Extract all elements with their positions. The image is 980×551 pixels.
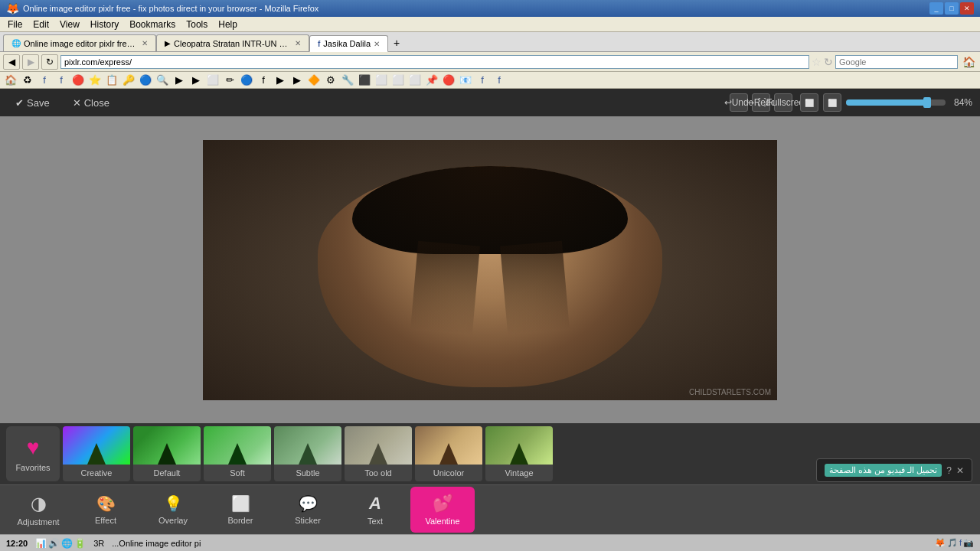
toolbar-icon-24[interactable]: ⬜ bbox=[390, 73, 406, 87]
tool-valentine[interactable]: 💕 Valentine bbox=[410, 487, 475, 533]
toolbar-icon-21[interactable]: 🔧 bbox=[340, 73, 355, 87]
toolbar-icon-20[interactable]: ⚙ bbox=[323, 73, 338, 87]
toolbar-icon-12[interactable]: ▶ bbox=[188, 73, 204, 87]
filter-tooold-thumb bbox=[345, 426, 412, 465]
taskbar-icon-3[interactable]: f bbox=[959, 538, 962, 548]
filter-subtle[interactable]: Subtle bbox=[274, 426, 341, 481]
face-area bbox=[318, 166, 662, 387]
save-button[interactable]: ✔ Save bbox=[8, 94, 57, 112]
tool-effect[interactable]: 🎨 Effect bbox=[74, 487, 138, 533]
maximize-button[interactable]: □ bbox=[945, 2, 959, 15]
undo-button[interactable]: ↩ Undo bbox=[730, 93, 748, 112]
tab-3[interactable]: f Jasika Dalila ✕ bbox=[309, 35, 388, 52]
tab-2-close[interactable]: ✕ bbox=[295, 39, 301, 47]
border-label: Border bbox=[227, 516, 253, 525]
toolbar-icon-27[interactable]: 🔴 bbox=[441, 73, 456, 87]
tool-text[interactable]: A Text bbox=[343, 487, 407, 533]
filter-default-thumb bbox=[133, 426, 201, 465]
toolbar-icon-4[interactable]: f bbox=[54, 73, 69, 87]
reload-icon[interactable]: ↻ bbox=[824, 56, 833, 68]
address-bar: ◀ ▶ ↻ ☆ ↻ 🏠 bbox=[0, 52, 980, 72]
toolbar-icon-10[interactable]: 🔍 bbox=[155, 73, 170, 87]
tab-3-close[interactable]: ✕ bbox=[374, 40, 380, 48]
filter-unicolor[interactable]: Unicolor bbox=[415, 426, 482, 481]
notification-close-icon[interactable]: ✕ bbox=[956, 465, 964, 476]
notification-question-icon[interactable]: ? bbox=[946, 465, 952, 476]
address-input[interactable] bbox=[60, 55, 809, 69]
star-icon[interactable]: ☆ bbox=[812, 56, 822, 68]
minimize-button[interactable]: _ bbox=[929, 2, 943, 15]
toolbar-icon-2[interactable]: ♻ bbox=[20, 73, 35, 87]
tab-1-label: Online image editor pixlr free - fix pho… bbox=[24, 39, 139, 48]
search-input[interactable] bbox=[835, 55, 958, 69]
zoom-slider[interactable] bbox=[846, 99, 946, 106]
filter-favorites[interactable]: ♥ Favorites bbox=[6, 426, 60, 481]
toolbar-icon-13[interactable]: ⬜ bbox=[205, 73, 220, 87]
toolbar-icon-23[interactable]: ⬜ bbox=[374, 73, 389, 87]
heart-icon: ♥ bbox=[27, 435, 40, 460]
toolbar-icon-25[interactable]: ⬜ bbox=[407, 73, 423, 87]
toolbar-icon-7[interactable]: 📋 bbox=[104, 73, 119, 87]
toolbar-icon-30[interactable]: f bbox=[492, 73, 507, 87]
back-button[interactable]: ◀ bbox=[3, 54, 20, 70]
canvas-image[interactable]: CHILDSTARLETS.COM bbox=[203, 140, 777, 400]
zoom-slider-thumb[interactable] bbox=[923, 97, 931, 108]
close-button[interactable]: ✕ Close bbox=[65, 94, 117, 112]
menu-bookmarks[interactable]: Bookmarks bbox=[125, 18, 180, 31]
reload-button[interactable]: ↻ bbox=[41, 54, 58, 70]
tab-3-label: Jasika Dalila bbox=[323, 39, 371, 48]
menu-help[interactable]: Help bbox=[214, 18, 242, 31]
toolbar-icon-28[interactable]: 📧 bbox=[458, 73, 473, 87]
tool-border[interactable]: ⬜ Border bbox=[208, 487, 273, 533]
filter-vintage[interactable]: Vintage bbox=[485, 426, 553, 481]
toolbar-icon-15[interactable]: 🔵 bbox=[239, 73, 254, 87]
filter-default[interactable]: Default bbox=[133, 426, 201, 481]
new-tab-button[interactable]: + bbox=[388, 34, 405, 51]
home-button[interactable]: 🏠 bbox=[960, 54, 977, 70]
fullscreen-button[interactable]: ⛶ Fullscreen bbox=[774, 93, 792, 112]
toolbar-icon-8[interactable]: 🔑 bbox=[121, 73, 136, 87]
toolbar-icon-17[interactable]: ▶ bbox=[273, 73, 288, 87]
toolbar-icon-22[interactable]: ⬛ bbox=[357, 73, 372, 87]
tool-adjustment[interactable]: ◑ Adjustment bbox=[6, 487, 70, 533]
toolbar-icon-5[interactable]: 🔴 bbox=[70, 73, 86, 87]
taskbar-icon-1[interactable]: 🦊 bbox=[935, 538, 946, 548]
toolbar-icon-6[interactable]: ⭐ bbox=[87, 73, 103, 87]
filter-soft[interactable]: Soft bbox=[204, 426, 271, 481]
overlay-icon: 💡 bbox=[164, 494, 183, 513]
taskbar-icon-2[interactable]: 🎵 bbox=[947, 538, 958, 548]
tab-1-close[interactable]: ✕ bbox=[142, 39, 148, 47]
zoom-slider-fill bbox=[846, 99, 929, 106]
notification-download-button[interactable]: تحميل الـ فيديو من هذه الصفحة bbox=[825, 464, 942, 477]
menu-history[interactable]: History bbox=[86, 18, 123, 31]
toolbar-icon-1[interactable]: 🏠 bbox=[3, 73, 18, 87]
tool-sticker[interactable]: 💬 Sticker bbox=[276, 487, 340, 533]
menu-view[interactable]: View bbox=[55, 18, 84, 31]
menu-edit[interactable]: Edit bbox=[28, 18, 54, 31]
toolbar-icon-16[interactable]: f bbox=[256, 73, 271, 87]
filter-creative-thumb bbox=[63, 426, 130, 465]
toolbar-icon-3[interactable]: f bbox=[37, 73, 52, 87]
toolbar-icon-18[interactable]: ▶ bbox=[289, 73, 305, 87]
zoom-out-button[interactable]: ⬜ bbox=[800, 93, 818, 112]
toolbar-icon-14[interactable]: ✏ bbox=[222, 73, 237, 87]
toolbar-icon-19[interactable]: 🔶 bbox=[306, 73, 322, 87]
fullscreen-icon: ⛶ bbox=[757, 97, 766, 108]
tab-1[interactable]: 🌐 Online image editor pixlr free - fix p… bbox=[3, 34, 156, 51]
menu-file[interactable]: File bbox=[3, 18, 27, 31]
toolbar-icon-9[interactable]: 🔵 bbox=[138, 73, 153, 87]
taskbar-icon-4[interactable]: 📷 bbox=[963, 538, 974, 548]
filter-subtle-label: Subtle bbox=[274, 465, 341, 481]
filter-creative[interactable]: Creative bbox=[63, 426, 130, 481]
menu-tools[interactable]: Tools bbox=[181, 18, 212, 31]
toolbar-icon-11[interactable]: ▶ bbox=[172, 73, 187, 87]
toolbar-icon-26[interactable]: 📌 bbox=[424, 73, 439, 87]
zoom-in-button[interactable]: ⬜ bbox=[823, 93, 841, 112]
filter-tooold[interactable]: Too old bbox=[345, 426, 412, 481]
tool-overlay[interactable]: 💡 Overlay bbox=[141, 487, 205, 533]
toolbar-icon-29[interactable]: f bbox=[475, 73, 490, 87]
tab-2[interactable]: ▶ Cleopatra Stratan INTR-UN MIEZ DE NO..… bbox=[156, 34, 309, 51]
filter-soft-label: Soft bbox=[204, 465, 271, 481]
forward-button[interactable]: ▶ bbox=[22, 54, 39, 70]
close-window-button[interactable]: ✕ bbox=[960, 2, 974, 15]
